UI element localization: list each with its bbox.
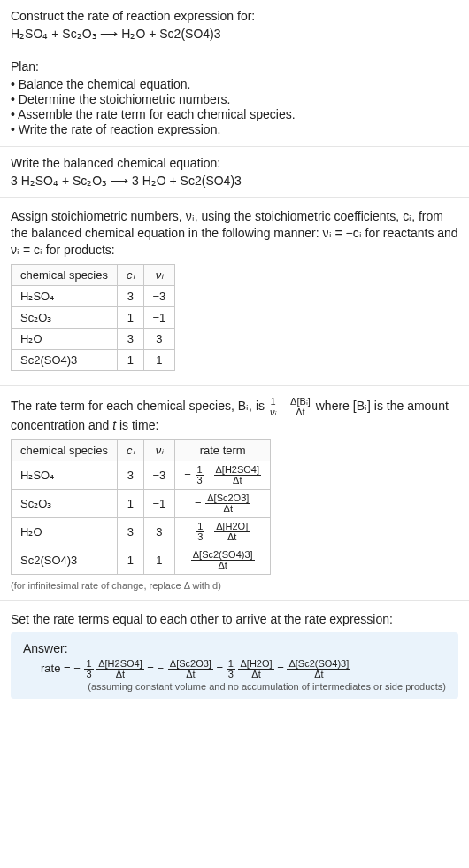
cell-vi: 3 [143,328,175,349]
table-row: H₂O 3 3 13 Δ[H2O]Δt [12,517,271,546]
cell-species: H₂SO₄ [12,285,118,306]
plan-item: Balance the chemical equation. [11,77,458,91]
plan-list: Balance the chemical equation. Determine… [11,77,458,136]
cell-rateterm: − 13 Δ[H2SO4]Δt [175,461,271,489]
plan-item: Assemble the rate term for each chemical… [11,107,458,121]
rateterm-intro: The rate term for each chemical species,… [11,397,458,434]
table-row: Sc₂O₃ 1 −1 [12,306,175,328]
rateterm-section: The rate term for each chemical species,… [0,386,469,601]
table-header-row: chemical species cᵢ νᵢ rate term [12,439,271,461]
prompt-title: Construct the rate of reaction expressio… [11,9,458,23]
balanced-section: Write the balanced chemical equation: 3 … [0,147,469,198]
table-row: Sc₂O₃ 1 −1 − Δ[Sc2O3]Δt [12,489,271,517]
table-row: H₂SO₄ 3 −3 [12,285,175,306]
cell-vi: −3 [143,461,175,489]
col-vi: νᵢ [143,439,175,461]
cell-species: Sc2(SO4)3 [12,349,118,370]
answer-equation: rate = − 13 Δ[H2SO4]Δt = − Δ[Sc2O3]Δt = … [41,659,446,679]
col-species: chemical species [12,264,118,285]
cell-ci: 1 [118,306,144,328]
cell-vi: −1 [143,306,175,328]
balanced-heading: Write the balanced chemical equation: [11,156,458,170]
answer-section: Set the rate terms equal to each other t… [0,601,469,709]
col-ci: cᵢ [118,264,144,285]
prompt-section: Construct the rate of reaction expressio… [0,0,469,50]
col-species: chemical species [12,439,118,461]
cell-species: H₂SO₄ [12,461,118,489]
frac-1-over-v: 1 νᵢ [268,397,279,417]
col-ci: cᵢ [118,439,144,461]
cell-ci: 3 [118,328,144,349]
table-row: H₂O 3 3 [12,328,175,349]
cell-ci: 3 [118,461,144,489]
plan-heading: Plan: [11,59,458,74]
stoich-intro: Assign stoichiometric numbers, νᵢ, using… [11,208,458,259]
prompt-equation: H₂SO₄ + Sc₂O₃ ⟶ H₂O + Sc2(SO4)3 [11,27,458,41]
cell-ci: 1 [118,546,144,574]
cell-rateterm: − Δ[Sc2O3]Δt [175,489,271,517]
cell-species: H₂O [12,328,118,349]
cell-vi: −1 [143,489,175,517]
answer-label: Answer: [23,641,446,655]
cell-vi: −3 [143,285,175,306]
cell-ci: 3 [118,517,144,546]
table-header-row: chemical species cᵢ νᵢ [12,264,175,285]
cell-species: H₂O [12,517,118,546]
col-rateterm: rate term [175,439,271,461]
cell-ci: 3 [118,285,144,306]
cell-rateterm: 13 Δ[H2O]Δt [175,517,271,546]
equal-heading: Set the rate terms equal to each other t… [11,611,458,628]
answer-box: Answer: rate = − 13 Δ[H2SO4]Δt = − Δ[Sc2… [11,632,458,699]
table-row: Sc2(SO4)3 1 1 [12,349,175,370]
cell-species: Sc2(SO4)3 [12,546,118,574]
plan-item: Write the rate of reaction expression. [11,122,458,136]
cell-ci: 1 [118,349,144,370]
cell-vi: 1 [143,546,175,574]
stoich-table: chemical species cᵢ νᵢ H₂SO₄ 3 −3 Sc₂O₃ … [11,264,175,371]
col-vi: νᵢ [143,264,175,285]
cell-rateterm: Δ[Sc2(SO4)3]Δt [175,546,271,574]
cell-species: Sc₂O₃ [12,306,118,328]
cell-ci: 1 [118,489,144,517]
stoich-section: Assign stoichiometric numbers, νᵢ, using… [0,198,469,386]
rateterm-table: chemical species cᵢ νᵢ rate term H₂SO₄ 3… [11,439,271,575]
table-row: H₂SO₄ 3 −3 − 13 Δ[H2SO4]Δt [12,461,271,489]
table-row: Sc2(SO4)3 1 1 Δ[Sc2(SO4)3]Δt [12,546,271,574]
answer-note: (assuming constant volume and no accumul… [23,681,446,692]
balanced-equation: 3 H₂SO₄ + Sc₂O₃ ⟶ 3 H₂O + Sc2(SO4)3 [11,174,458,188]
plan-item: Determine the stoichiometric numbers. [11,92,458,106]
frac-dB-dt: Δ[Bᵢ] Δt [288,397,312,417]
plan-section: Plan: Balance the chemical equation. Det… [0,50,469,147]
cell-vi: 3 [143,517,175,546]
rateterm-note: (for infinitesimal rate of change, repla… [11,580,458,591]
cell-species: Sc₂O₃ [12,489,118,517]
cell-vi: 1 [143,349,175,370]
